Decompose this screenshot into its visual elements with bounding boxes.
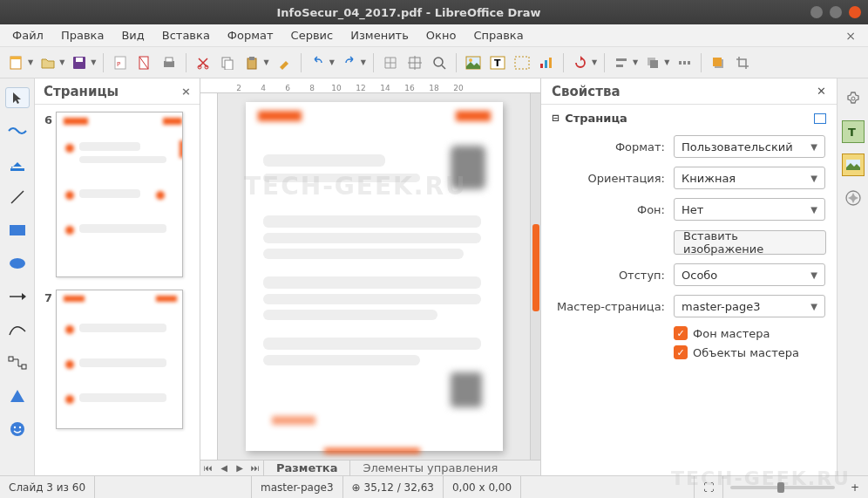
- gallery-tab-icon[interactable]: [842, 153, 865, 176]
- styles-tab-icon[interactable]: T: [842, 120, 865, 143]
- tab-controls[interactable]: Элементы управления: [349, 460, 510, 476]
- align-icon[interactable]: [610, 51, 633, 74]
- navigator-tab-icon[interactable]: [842, 187, 865, 209]
- page-view[interactable]: TECH-GEEK.RU: [218, 93, 530, 460]
- main-toolbar: ▼ ▼ ▼ P ▼ ▼ ▼ T ▼ ▼ ▼: [0, 47, 868, 78]
- menu-edit[interactable]: Правка: [52, 25, 112, 45]
- dropdown-icon[interactable]: ▼: [361, 58, 366, 66]
- arrow-tool-icon[interactable]: [5, 286, 30, 307]
- dropdown-icon[interactable]: ▼: [28, 58, 33, 66]
- dropdown-icon[interactable]: ▼: [329, 58, 335, 66]
- zoom-slider[interactable]: [730, 486, 835, 489]
- properties-close-icon[interactable]: ✕: [817, 85, 826, 98]
- page-setup-icon[interactable]: [133, 51, 156, 74]
- svg-line-25: [442, 65, 445, 69]
- basic-shapes-icon[interactable]: [5, 385, 30, 406]
- menu-format[interactable]: Формат: [219, 25, 282, 45]
- next-page-icon[interactable]: ▶: [232, 461, 248, 475]
- new-doc-icon[interactable]: [5, 51, 28, 74]
- page-canvas[interactable]: [246, 102, 503, 451]
- line-tool-icon[interactable]: [5, 187, 30, 208]
- menu-view[interactable]: Вид: [112, 25, 153, 45]
- fit-page-icon[interactable]: ⛶: [694, 476, 723, 498]
- maximize-button[interactable]: [830, 6, 842, 18]
- curve-tool-icon[interactable]: [5, 319, 30, 340]
- print-icon[interactable]: [158, 51, 180, 74]
- page-thumbnail[interactable]: [56, 112, 183, 277]
- arrange-icon[interactable]: [641, 51, 664, 74]
- menu-window[interactable]: Окно: [417, 25, 465, 45]
- insert-image-button[interactable]: Вставить изображение: [674, 230, 826, 255]
- dropdown-icon[interactable]: ▼: [592, 58, 597, 66]
- dropdown-icon[interactable]: ▼: [633, 58, 638, 66]
- svg-rect-31: [540, 64, 543, 68]
- fill-color-icon[interactable]: [5, 153, 30, 174]
- page-thumbnail[interactable]: [56, 290, 183, 429]
- close-button[interactable]: [849, 6, 861, 18]
- brush-icon[interactable]: [273, 51, 295, 74]
- tab-layout[interactable]: Разметка: [263, 460, 349, 476]
- pages-panel-close-icon[interactable]: ×: [181, 85, 191, 98]
- svg-rect-30: [515, 57, 529, 69]
- undo-icon[interactable]: [307, 51, 329, 74]
- master-background-checkbox[interactable]: ✓: [674, 326, 688, 340]
- first-page-icon[interactable]: ⏮: [200, 461, 216, 475]
- ellipse-tool-icon[interactable]: [5, 253, 30, 274]
- select-tool-icon[interactable]: [5, 87, 30, 108]
- menu-tools[interactable]: Сервис: [282, 25, 342, 45]
- rectangle-tool-icon[interactable]: [5, 220, 30, 241]
- dropdown-icon[interactable]: ▼: [263, 58, 268, 66]
- distribute-icon[interactable]: [673, 51, 695, 74]
- master-objects-checkbox[interactable]: ✓: [674, 345, 688, 359]
- svg-rect-49: [22, 365, 26, 369]
- save-icon[interactable]: [68, 51, 91, 74]
- line-color-icon[interactable]: [5, 120, 30, 141]
- section-page-title: Страница: [565, 112, 627, 125]
- snap-icon[interactable]: [403, 51, 426, 74]
- redo-icon[interactable]: [338, 51, 361, 74]
- properties-tab-icon[interactable]: [842, 87, 865, 110]
- svg-rect-38: [679, 61, 682, 65]
- frame-icon[interactable]: [511, 51, 533, 74]
- minimize-button[interactable]: [810, 6, 823, 18]
- zoom-icon[interactable]: [428, 51, 451, 74]
- paste-icon[interactable]: [241, 51, 263, 74]
- image-icon[interactable]: [462, 51, 485, 74]
- format-dropdown[interactable]: Пользовательский▼: [674, 135, 825, 158]
- last-page-icon[interactable]: ⏭: [248, 461, 263, 475]
- master-page-dropdown[interactable]: master-page3▼: [674, 295, 825, 317]
- svg-line-44: [11, 191, 24, 203]
- background-dropdown[interactable]: Нет▼: [674, 198, 825, 221]
- export-pdf-icon[interactable]: P: [109, 51, 132, 74]
- cut-icon[interactable]: [192, 51, 214, 74]
- open-icon[interactable]: [37, 51, 59, 74]
- grid-icon[interactable]: [379, 51, 402, 74]
- menu-file[interactable]: Файл: [3, 25, 52, 45]
- text-box-icon[interactable]: T: [486, 51, 509, 74]
- zoom-in-icon[interactable]: +: [842, 476, 868, 498]
- svg-point-50: [10, 422, 24, 436]
- vertical-ruler: [200, 93, 218, 460]
- smiley-icon[interactable]: [5, 419, 30, 440]
- dropdown-icon[interactable]: ▼: [664, 58, 669, 66]
- rotate-icon[interactable]: [569, 51, 592, 74]
- doc-close-button[interactable]: ×: [837, 29, 865, 43]
- crop-icon[interactable]: [731, 51, 754, 74]
- prev-page-icon[interactable]: ◀: [216, 461, 232, 475]
- svg-rect-45: [10, 225, 25, 235]
- chart-icon[interactable]: [535, 51, 558, 74]
- copy-icon[interactable]: [216, 51, 239, 74]
- vertical-scrollbar[interactable]: [530, 93, 540, 460]
- margin-dropdown[interactable]: Особо▼: [674, 263, 825, 286]
- menu-insert[interactable]: Вставка: [153, 25, 219, 45]
- dropdown-icon[interactable]: ▼: [91, 58, 96, 66]
- section-collapse-icon[interactable]: ⊟: [552, 113, 559, 124]
- dropdown-icon[interactable]: ▼: [59, 58, 64, 66]
- menu-modify[interactable]: Изменить: [342, 25, 417, 45]
- menu-help[interactable]: Справка: [465, 25, 532, 45]
- connector-tool-icon[interactable]: [5, 352, 30, 373]
- orientation-dropdown[interactable]: Книжная▼: [674, 167, 825, 189]
- status-master: master-page3: [252, 476, 342, 498]
- section-menu-icon[interactable]: [814, 113, 826, 124]
- shadow-icon[interactable]: [707, 51, 729, 74]
